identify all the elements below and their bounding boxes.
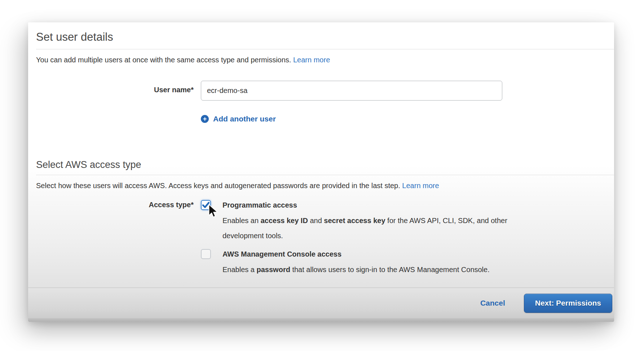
access-type-intro-body: Select how these users will access AWS. … [36, 182, 400, 190]
access-type-row: Access type* Programmatic access Enables… [36, 200, 614, 277]
console-access-text: AWS Management Console access Enables a … [222, 249, 490, 277]
programmatic-access-desc: Enables an access key ID and secret acce… [222, 213, 540, 243]
add-another-user-label: Add another user [213, 115, 276, 123]
console-access-title: AWS Management Console access [222, 249, 490, 259]
user-name-row: User name* [36, 81, 614, 101]
console-access-desc: Enables a password that allows users to … [222, 262, 490, 277]
add-user-row: +Add another user [36, 115, 614, 123]
programmatic-access-text: Programmatic access Enables an access ke… [222, 200, 540, 243]
learn-more-link-users[interactable]: Learn more [293, 56, 330, 64]
programmatic-access-option: Programmatic access Enables an access ke… [201, 200, 540, 243]
console-access-checkbox[interactable] [201, 249, 211, 259]
desc-segment: Enables an [222, 217, 261, 225]
desc-segment-bold: password [257, 266, 290, 274]
access-type-options: Programmatic access Enables an access ke… [201, 200, 540, 277]
add-user-control: +Add another user [201, 115, 276, 123]
panel-bottom-strip [28, 318, 614, 322]
desc-segment: and [308, 217, 324, 225]
user-name-input[interactable] [201, 81, 502, 101]
desc-segment: Enables a [222, 266, 257, 274]
desc-segment: that allows users to sign-in to the AWS … [290, 266, 490, 274]
section-title-access-type: Select AWS access type [36, 159, 614, 170]
desc-segment-bold: access key ID [261, 217, 308, 225]
desc-segment-bold: secret access key [324, 217, 385, 225]
title-divider [36, 49, 614, 49]
set-user-details-panel: Set user details You can add multiple us… [28, 22, 614, 322]
access-type-intro: Select how these users will access AWS. … [36, 181, 614, 191]
add-another-user-link[interactable]: +Add another user [201, 115, 276, 123]
section-divider [36, 175, 614, 175]
mouse-cursor-icon [208, 204, 218, 218]
wizard-footer: Cancel Next: Permissions [28, 288, 614, 318]
cancel-button[interactable]: Cancel [480, 299, 505, 307]
next-permissions-button[interactable]: Next: Permissions [524, 294, 612, 313]
learn-more-link-access[interactable]: Learn more [402, 182, 439, 190]
user-name-label: User name* [36, 81, 194, 94]
intro-text: You can add multiple users at once with … [36, 55, 614, 65]
panel-content: Set user details You can add multiple us… [28, 22, 614, 288]
page-title: Set user details [36, 30, 614, 44]
programmatic-access-title: Programmatic access [222, 200, 540, 210]
user-name-control [201, 81, 502, 101]
console-access-option: AWS Management Console access Enables a … [201, 249, 540, 277]
intro-text-body: You can add multiple users at once with … [36, 56, 291, 64]
page: { "header": { "title": "Set user details… [0, 0, 644, 351]
plus-icon: + [201, 115, 209, 123]
access-type-label: Access type* [36, 200, 194, 209]
